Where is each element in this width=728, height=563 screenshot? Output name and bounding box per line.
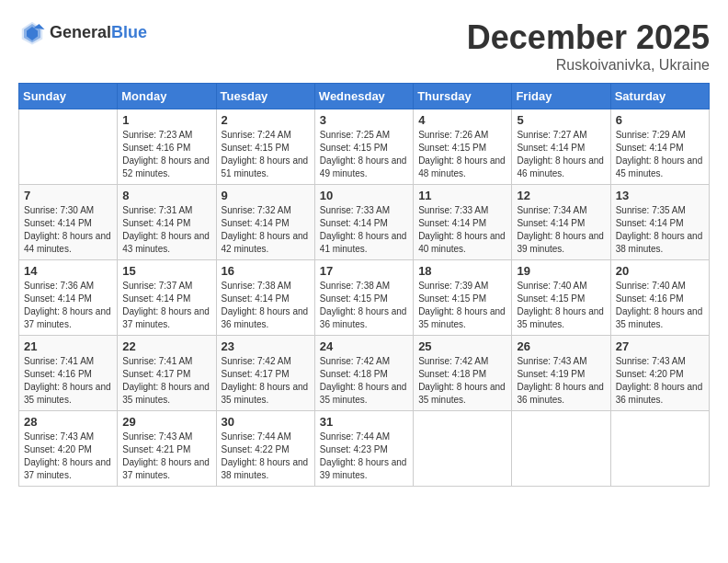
header-monday: Monday: [118, 84, 216, 109]
day-number-9: 9: [222, 189, 310, 202]
cell-info-6: Sunrise: 7:29 AMSunset: 4:14 PMDaylight:…: [616, 129, 704, 180]
day-number-15: 15: [122, 264, 210, 278]
day-number-23: 23: [222, 339, 310, 353]
day-number-21: 21: [24, 339, 112, 353]
day-number-4: 4: [418, 113, 506, 127]
cell-info-29: Sunrise: 7:43 AMSunset: 4:21 PMDaylight:…: [122, 431, 210, 482]
day-number-3: 3: [320, 113, 408, 127]
cell-info-1: Sunrise: 7:23 AMSunset: 4:16 PMDaylight:…: [122, 129, 210, 180]
day-number-26: 26: [517, 339, 605, 353]
cell-info-9: Sunrise: 7:32 AMSunset: 4:14 PMDaylight:…: [222, 204, 310, 256]
calendar-cell-w2-d1: 15Sunrise: 7:37 AMSunset: 4:14 PMDayligh…: [118, 260, 216, 336]
calendar-cell-w4-d4: [414, 411, 512, 487]
cell-info-5: Sunrise: 7:27 AMSunset: 4:14 PMDaylight:…: [517, 129, 605, 180]
day-number-19: 19: [517, 264, 605, 278]
calendar-cell-w0-d5: 5Sunrise: 7:27 AMSunset: 4:14 PMDaylight…: [512, 109, 610, 185]
week-row-1: 7Sunrise: 7:30 AMSunset: 4:14 PMDaylight…: [19, 185, 710, 260]
cell-info-30: Sunrise: 7:44 AMSunset: 4:22 PMDaylight:…: [222, 431, 310, 482]
calendar-cell-w0-d4: 4Sunrise: 7:26 AMSunset: 4:15 PMDaylight…: [414, 109, 512, 185]
day-number-17: 17: [320, 264, 408, 278]
calendar-cell-w2-d6: 20Sunrise: 7:40 AMSunset: 4:16 PMDayligh…: [610, 260, 709, 336]
day-number-25: 25: [418, 339, 506, 353]
week-row-2: 14Sunrise: 7:36 AMSunset: 4:14 PMDayligh…: [19, 260, 710, 336]
calendar-cell-w2-d4: 18Sunrise: 7:39 AMSunset: 4:15 PMDayligh…: [414, 260, 512, 336]
cell-info-28: Sunrise: 7:43 AMSunset: 4:20 PMDaylight:…: [24, 431, 112, 482]
cell-info-18: Sunrise: 7:39 AMSunset: 4:15 PMDaylight:…: [418, 280, 506, 331]
day-number-2: 2: [222, 113, 310, 127]
day-number-13: 13: [616, 189, 704, 202]
calendar-cell-w1-d2: 9Sunrise: 7:32 AMSunset: 4:14 PMDaylight…: [216, 185, 314, 260]
cell-info-27: Sunrise: 7:43 AMSunset: 4:20 PMDaylight:…: [616, 355, 704, 407]
day-number-11: 11: [418, 189, 506, 202]
day-number-8: 8: [122, 189, 210, 202]
day-number-10: 10: [320, 189, 408, 202]
calendar-cell-w3-d1: 22Sunrise: 7:41 AMSunset: 4:17 PMDayligh…: [118, 336, 216, 411]
header-thursday: Thursday: [414, 84, 512, 109]
day-number-6: 6: [616, 113, 704, 127]
day-number-29: 29: [122, 415, 210, 429]
cell-info-4: Sunrise: 7:26 AMSunset: 4:15 PMDaylight:…: [418, 129, 506, 180]
logo: General Blue: [18, 18, 147, 46]
calendar-cell-w3-d3: 24Sunrise: 7:42 AMSunset: 4:18 PMDayligh…: [314, 336, 413, 411]
header-sunday: Sunday: [19, 84, 118, 109]
calendar-cell-w1-d0: 7Sunrise: 7:30 AMSunset: 4:14 PMDaylight…: [19, 185, 118, 260]
logo-icon: [18, 18, 46, 46]
day-number-22: 22: [122, 339, 210, 353]
cell-info-22: Sunrise: 7:41 AMSunset: 4:17 PMDaylight:…: [122, 355, 210, 407]
cell-info-19: Sunrise: 7:40 AMSunset: 4:15 PMDaylight:…: [517, 280, 605, 331]
calendar-cell-w0-d1: 1Sunrise: 7:23 AMSunset: 4:16 PMDaylight…: [118, 109, 216, 185]
day-number-14: 14: [24, 264, 112, 278]
cell-info-16: Sunrise: 7:38 AMSunset: 4:14 PMDaylight:…: [222, 280, 310, 331]
header-wednesday: Wednesday: [314, 84, 413, 109]
header-saturday: Saturday: [610, 84, 709, 109]
week-row-3: 21Sunrise: 7:41 AMSunset: 4:16 PMDayligh…: [19, 336, 710, 411]
logo-general: General: [50, 23, 111, 42]
cell-info-24: Sunrise: 7:42 AMSunset: 4:18 PMDaylight:…: [320, 355, 408, 407]
day-number-7: 7: [24, 189, 112, 202]
logo-text: General Blue: [50, 23, 147, 42]
cell-info-31: Sunrise: 7:44 AMSunset: 4:23 PMDaylight:…: [320, 431, 408, 482]
calendar-cell-w0-d0: [19, 109, 118, 185]
calendar-cell-w1-d5: 12Sunrise: 7:34 AMSunset: 4:14 PMDayligh…: [512, 185, 610, 260]
day-number-12: 12: [517, 189, 605, 202]
calendar-table: Sunday Monday Tuesday Wednesday Thursday…: [18, 83, 710, 487]
logo-blue: Blue: [111, 23, 147, 42]
calendar-cell-w1-d6: 13Sunrise: 7:35 AMSunset: 4:14 PMDayligh…: [610, 185, 709, 260]
day-number-18: 18: [418, 264, 506, 278]
cell-info-7: Sunrise: 7:30 AMSunset: 4:14 PMDaylight:…: [24, 204, 112, 256]
header-friday: Friday: [512, 84, 610, 109]
day-number-24: 24: [320, 339, 408, 353]
calendar-cell-w0-d3: 3Sunrise: 7:25 AMSunset: 4:15 PMDaylight…: [314, 109, 413, 185]
page-header: General Blue December 2025 Ruskoivanivka…: [18, 18, 710, 74]
day-number-27: 27: [616, 339, 704, 353]
calendar-cell-w4-d2: 30Sunrise: 7:44 AMSunset: 4:22 PMDayligh…: [216, 411, 314, 487]
cell-info-14: Sunrise: 7:36 AMSunset: 4:14 PMDaylight:…: [24, 280, 112, 331]
cell-info-17: Sunrise: 7:38 AMSunset: 4:15 PMDaylight:…: [320, 280, 408, 331]
calendar-cell-w0-d6: 6Sunrise: 7:29 AMSunset: 4:14 PMDaylight…: [610, 109, 709, 185]
day-number-5: 5: [517, 113, 605, 127]
calendar-cell-w1-d3: 10Sunrise: 7:33 AMSunset: 4:14 PMDayligh…: [314, 185, 413, 260]
cell-info-10: Sunrise: 7:33 AMSunset: 4:14 PMDaylight:…: [320, 204, 408, 256]
calendar-cell-w1-d4: 11Sunrise: 7:33 AMSunset: 4:14 PMDayligh…: [414, 185, 512, 260]
cell-info-12: Sunrise: 7:34 AMSunset: 4:14 PMDaylight:…: [517, 204, 605, 256]
weekday-header-row: Sunday Monday Tuesday Wednesday Thursday…: [19, 84, 710, 109]
day-number-30: 30: [222, 415, 310, 429]
cell-info-21: Sunrise: 7:41 AMSunset: 4:16 PMDaylight:…: [24, 355, 112, 407]
day-number-28: 28: [24, 415, 112, 429]
calendar-cell-w3-d0: 21Sunrise: 7:41 AMSunset: 4:16 PMDayligh…: [19, 336, 118, 411]
location-subtitle: Ruskoivanivka, Ukraine: [467, 57, 710, 74]
cell-info-26: Sunrise: 7:43 AMSunset: 4:19 PMDaylight:…: [517, 355, 605, 407]
title-block: December 2025 Ruskoivanivka, Ukraine: [467, 18, 710, 74]
day-number-20: 20: [616, 264, 704, 278]
calendar-cell-w3-d6: 27Sunrise: 7:43 AMSunset: 4:20 PMDayligh…: [610, 336, 709, 411]
calendar-cell-w4-d5: [512, 411, 610, 487]
cell-info-15: Sunrise: 7:37 AMSunset: 4:14 PMDaylight:…: [122, 280, 210, 331]
day-number-1: 1: [122, 113, 210, 127]
calendar-cell-w2-d5: 19Sunrise: 7:40 AMSunset: 4:15 PMDayligh…: [512, 260, 610, 336]
calendar-cell-w4-d1: 29Sunrise: 7:43 AMSunset: 4:21 PMDayligh…: [118, 411, 216, 487]
calendar-cell-w2-d2: 16Sunrise: 7:38 AMSunset: 4:14 PMDayligh…: [216, 260, 314, 336]
cell-info-2: Sunrise: 7:24 AMSunset: 4:15 PMDaylight:…: [222, 129, 310, 180]
cell-info-3: Sunrise: 7:25 AMSunset: 4:15 PMDaylight:…: [320, 129, 408, 180]
month-year-title: December 2025: [467, 18, 710, 57]
calendar-cell-w3-d5: 26Sunrise: 7:43 AMSunset: 4:19 PMDayligh…: [512, 336, 610, 411]
